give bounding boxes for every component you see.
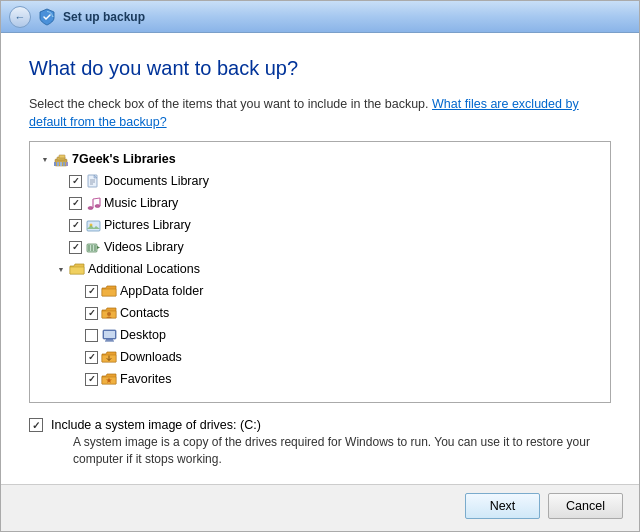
svg-rect-7 [63,162,65,166]
library-icon [53,151,69,167]
svg-point-13 [88,206,93,209]
tree-label-contacts: Contacts [120,306,169,320]
svg-rect-5 [57,162,59,166]
checkbox-pictures[interactable] [69,219,82,232]
tree-item-contacts[interactable]: Contacts [30,302,610,324]
svg-rect-6 [60,162,62,166]
page-description: Select the check box of the items that y… [29,96,611,131]
appdata-icon [101,283,117,299]
svg-line-17 [93,198,100,199]
tree-label-7geeks: 7Geek's Libraries [72,152,176,166]
contacts-icon [101,305,117,321]
checkbox-contacts[interactable] [85,307,98,320]
footer: Next Cancel [1,484,639,531]
addlocs-icon [69,261,85,277]
favorites-icon [101,371,117,387]
tree-label-docs: Documents Library [104,174,209,188]
tree-item-videos[interactable]: Videos Library [30,236,610,258]
pictures-icon [85,217,101,233]
checkbox-docs[interactable] [69,175,82,188]
downloads-icon [101,349,117,365]
window-icon [37,7,57,27]
tree-label-music: Music Library [104,196,178,210]
checkbox-favorites[interactable] [85,373,98,386]
docs-icon [85,173,101,189]
svg-rect-28 [105,341,114,342]
tree-item-pictures[interactable]: Pictures Library [30,214,610,236]
svg-rect-27 [106,339,113,341]
tree-item-appdata[interactable]: AppData folder [30,280,610,302]
expand-spacer-desktop [70,328,84,342]
checkbox-desktop[interactable] [85,329,98,342]
tree-label-videos: Videos Library [104,240,184,254]
expand-spacer-music [54,196,68,210]
back-button[interactable]: ← [9,6,31,28]
videos-icon [85,239,101,255]
tree-item-docs[interactable]: Documents Library [30,170,610,192]
checkbox-appdata[interactable] [85,285,98,298]
tree-item-7geeks[interactable]: 7Geek's Libraries [30,148,610,170]
page-title: What do you want to back up? [29,57,611,80]
expand-spacer-favorites [70,372,84,386]
system-image-section: Include a system image of drives: (C:) A… [29,417,611,468]
tree-item-downloads[interactable]: Downloads [30,346,610,368]
tree-label-desktop: Desktop [120,328,166,342]
tree-label-favorites: Favorites [120,372,171,386]
expand-spacer-downloads [70,350,84,364]
expand-spacer-pictures [54,218,68,232]
expand-icon-7geeks [38,152,52,166]
expand-spacer-docs [54,174,68,188]
tree-item-addlocs[interactable]: Additional Locations [30,258,610,280]
music-icon [85,195,101,211]
checkbox-downloads[interactable] [85,351,98,364]
checkbox-videos[interactable] [69,241,82,254]
expand-icon-addlocs [54,262,68,276]
expand-spacer-contacts [70,306,84,320]
expand-spacer-appdata [70,284,84,298]
tree-label-addlocs: Additional Locations [88,262,200,276]
svg-rect-4 [54,162,56,166]
svg-rect-18 [87,221,100,231]
desktop-icon [101,327,117,343]
title-bar-text: Set up backup [63,10,145,24]
tree-label-downloads: Downloads [120,350,182,364]
checkbox-music[interactable] [69,197,82,210]
svg-rect-3 [59,155,65,158]
file-tree: 7Geek's Libraries Documents Library [29,141,611,403]
svg-rect-29 [104,331,115,338]
system-image-description: A system image is a copy of the drives r… [51,434,611,468]
content-area: What do you want to back up? Select the … [1,33,639,484]
tree-item-desktop[interactable]: Desktop [30,324,610,346]
expand-spacer-videos [54,240,68,254]
system-image-label: Include a system image of drives: (C:) [51,418,261,432]
svg-rect-24 [94,245,96,251]
tree-label-pictures: Pictures Library [104,218,191,232]
svg-point-25 [107,312,111,316]
system-image-checkbox[interactable] [29,418,43,432]
tree-item-music[interactable]: Music Library [30,192,610,214]
title-bar: ← Set up backup [1,1,639,33]
svg-marker-21 [97,246,100,249]
svg-rect-23 [91,245,93,251]
tree-label-appdata: AppData folder [120,284,203,298]
svg-rect-8 [66,162,68,166]
main-window: ← Set up backup What do you want to back… [0,0,640,532]
cancel-button[interactable]: Cancel [548,493,623,519]
svg-point-14 [95,204,100,207]
next-button[interactable]: Next [465,493,540,519]
svg-rect-22 [88,245,90,251]
tree-item-favorites[interactable]: Favorites [30,368,610,390]
